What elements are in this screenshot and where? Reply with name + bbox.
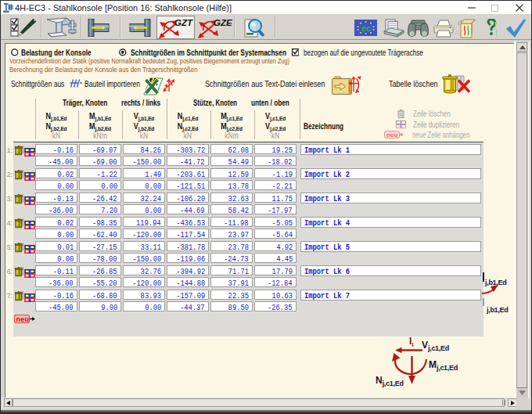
svg-text:GZE: GZE xyxy=(214,18,232,27)
svg-text:neu: neu xyxy=(16,316,29,323)
svg-text:GZT: GZT xyxy=(174,18,193,27)
svg-text:ec: ec xyxy=(361,23,371,33)
svg-text:neu: neu xyxy=(386,131,398,139)
